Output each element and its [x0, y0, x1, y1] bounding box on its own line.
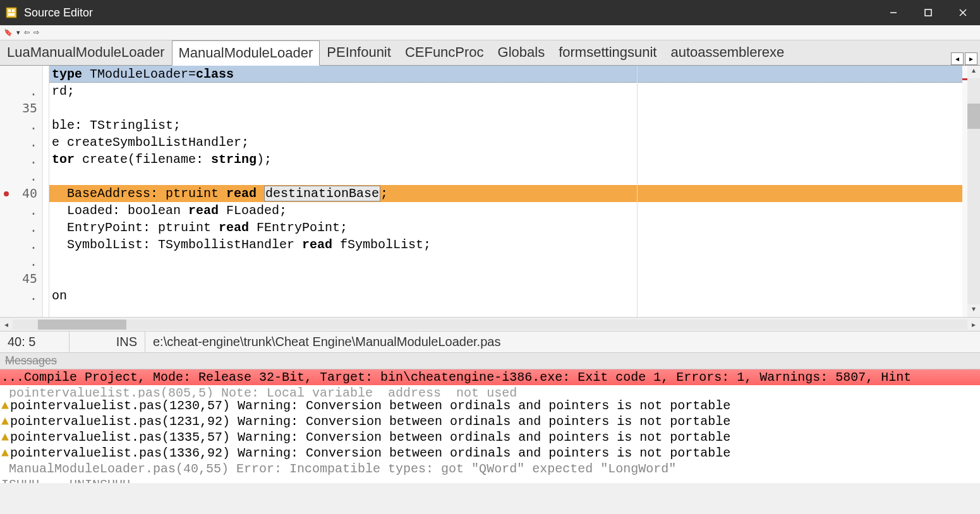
line-number: .	[0, 287, 37, 304]
line-number: .	[0, 151, 37, 168]
warning-icon: ▲	[1, 398, 10, 414]
code-line[interactable]: EntryPoint: ptruint read FEntryPoint;	[49, 219, 962, 236]
scroll-down-icon[interactable]: ▾	[972, 304, 976, 317]
tab-scroll-controls: ◂ ▸	[951, 52, 980, 65]
horizontal-scrollbar[interactable]: ◂ ▸	[0, 317, 980, 331]
tab-formsettingsunit[interactable]: formsettingsunit	[552, 40, 663, 65]
tab-scroll-left-button[interactable]: ◂	[951, 52, 964, 65]
sticky-header-line: type TModuleLoader=class	[49, 66, 962, 83]
line-number: 45	[0, 270, 37, 287]
toolbar: 🔖 ▾ ⇦ ⇨	[0, 25, 980, 40]
code-line[interactable]	[49, 100, 962, 117]
fold-column[interactable]	[43, 66, 49, 317]
toolbar-dropdown-icon[interactable]: ▾	[15, 28, 21, 37]
line-number-gutter: .35....40....45.	[0, 66, 43, 317]
tab-manualmoduleloader[interactable]: ManualModuleLoader	[172, 40, 320, 66]
tab-autoassemblerexe[interactable]: autoassemblerexe	[663, 40, 791, 65]
tab-peinfounit[interactable]: PEInfounit	[320, 40, 398, 65]
hscroll-right-icon[interactable]: ▸	[967, 320, 980, 329]
vertical-scrollbar[interactable]: ▴ ▾	[967, 66, 980, 317]
tab-cefuncproc[interactable]: CEFuncProc	[398, 40, 491, 65]
warning-icon: ▲	[1, 429, 10, 445]
svg-rect-2	[12, 9, 15, 12]
svg-rect-1	[8, 9, 11, 12]
line-number: .	[0, 168, 37, 185]
status-file-path: e:\cheat-engine\trunk\Cheat Engine\Manua…	[145, 332, 980, 352]
svg-rect-0	[6, 8, 16, 18]
toolbar-bookmark-icon[interactable]: 🔖	[3, 28, 14, 37]
code-line[interactable]: SymbolList: TSymbollistHandler read fSym…	[49, 236, 962, 253]
message-warning[interactable]: ▲pointervaluelist.pas(1335,57) Warning: …	[0, 429, 980, 445]
status-bar: 40: 5 INS e:\cheat-engine\trunk\Cheat En…	[0, 331, 980, 352]
window-controls	[876, 0, 980, 25]
warning-icon: ▲	[1, 414, 10, 429]
messages-panel-title[interactable]: Messages	[0, 352, 980, 369]
message-footer: ISUUU. UNINSUUU.	[0, 477, 980, 483]
message-compile-summary[interactable]: ...Compile Project, Mode: Release 32-Bit…	[0, 369, 980, 385]
title-bar: Source Editor	[0, 0, 980, 25]
line-number: .	[0, 236, 37, 253]
close-button[interactable]	[945, 0, 980, 25]
code-line[interactable]: BaseAddress: ptruint read destinationBas…	[49, 185, 962, 202]
code-line[interactable]: on	[49, 287, 962, 304]
code-line[interactable]	[49, 270, 962, 287]
code-line[interactable]	[49, 168, 962, 185]
warning-icon: ▲	[1, 445, 10, 461]
hscroll-thumb[interactable]	[38, 320, 126, 330]
hscroll-track[interactable]	[13, 320, 967, 330]
status-cursor-pos: 40: 5	[0, 332, 70, 352]
tab-luamanualmoduleloader[interactable]: LuaManualModuleLoader	[0, 40, 172, 65]
message-note[interactable]: pointervaluelist.pas(805,5) Note: Local …	[0, 385, 980, 398]
code-line[interactable]: Loaded: boolean read FLoaded;	[49, 202, 962, 219]
minimize-button[interactable]	[876, 0, 910, 25]
tab-bar: LuaManualModuleLoader ManualModuleLoader…	[0, 40, 980, 66]
line-number: .	[0, 253, 37, 270]
tab-globals[interactable]: Globals	[491, 40, 552, 65]
toolbar-forward-icon[interactable]: ⇨	[32, 28, 40, 37]
cursor-selection: destinationBase	[264, 186, 380, 201]
status-insert-mode: INS	[70, 332, 145, 352]
tab-scroll-right-button[interactable]: ▸	[965, 52, 977, 65]
error-gutter-icon	[4, 191, 9, 196]
messages-panel[interactable]: ...Compile Project, Mode: Release 32-Bit…	[0, 369, 980, 483]
line-number: .	[0, 83, 37, 100]
right-margin-line	[637, 66, 638, 317]
overview-ruler[interactable]	[962, 66, 967, 317]
scroll-track[interactable]	[967, 78, 980, 304]
window-title: Source Editor	[24, 6, 876, 20]
line-number: .	[0, 219, 37, 236]
code-content[interactable]: type TModuleLoader=classrd;ble: TStringl…	[49, 66, 962, 317]
line-number: .	[0, 117, 37, 134]
svg-rect-3	[8, 13, 15, 16]
overview-error-mark	[962, 78, 967, 80]
code-editor[interactable]: .35....40....45. type TModuleLoader=clas…	[0, 66, 980, 317]
toolbar-back-icon[interactable]: ⇦	[23, 28, 31, 37]
hscroll-left-icon[interactable]: ◂	[0, 320, 13, 329]
scroll-up-icon[interactable]: ▴	[972, 66, 976, 78]
line-number: .	[0, 134, 37, 151]
line-number: 40	[0, 185, 37, 202]
message-warning[interactable]: ▲pointervaluelist.pas(1336,92) Warning: …	[0, 445, 980, 461]
line-number: .	[0, 202, 37, 219]
code-line[interactable]: ble: TStringlist;	[49, 117, 962, 134]
code-line[interactable]: e createSymbolListHandler;	[49, 134, 962, 151]
code-line[interactable]: rd;	[49, 83, 962, 100]
line-number: 35	[0, 100, 37, 117]
message-warning[interactable]: ▲pointervaluelist.pas(1230,57) Warning: …	[0, 398, 980, 414]
code-line[interactable]	[49, 253, 962, 270]
message-warning[interactable]: ▲pointervaluelist.pas(1231,92) Warning: …	[0, 414, 980, 429]
code-line[interactable]: tor create(filename: string);	[49, 151, 962, 168]
scroll-thumb[interactable]	[967, 104, 980, 129]
maximize-button[interactable]	[910, 0, 945, 25]
message-error[interactable]: ManualModuleLoader.pas(40,55) Error: Inc…	[0, 461, 980, 477]
app-icon	[5, 6, 18, 19]
svg-rect-5	[925, 9, 931, 16]
